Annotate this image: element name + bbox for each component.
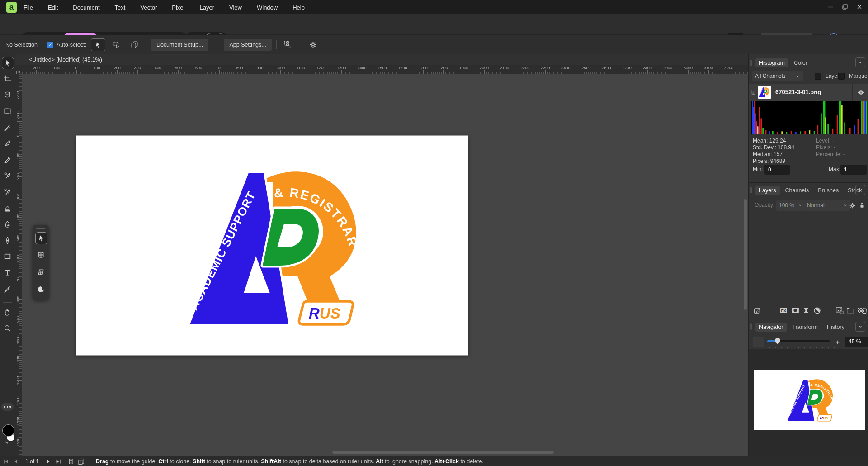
text-tool[interactable] bbox=[2, 267, 13, 278]
vertical-scrollbar[interactable] bbox=[744, 199, 747, 310]
last-page-icon[interactable] bbox=[53, 458, 63, 465]
marquee-tool[interactable] bbox=[2, 105, 13, 117]
zoom-tool[interactable] bbox=[2, 323, 13, 334]
hruler-label: 1000 bbox=[276, 66, 285, 70]
document-tab[interactable]: <Untitled> [Modified] (45.1%) × bbox=[15, 54, 761, 66]
first-page-icon[interactable] bbox=[1, 458, 11, 465]
zoom-slider-thumb[interactable] bbox=[775, 338, 780, 344]
edit-all-layers-icon[interactable] bbox=[753, 306, 762, 315]
panel-options-chevron-icon[interactable] bbox=[855, 322, 865, 332]
selection-brush-tool[interactable] bbox=[2, 89, 13, 100]
swap-colours-icon[interactable] bbox=[4, 439, 12, 444]
new-image-layer-icon[interactable] bbox=[835, 306, 844, 315]
paint-brush-tool[interactable] bbox=[2, 138, 13, 149]
menu-document[interactable]: Document bbox=[72, 0, 100, 14]
foreground-colour-swatch[interactable] bbox=[2, 424, 14, 437]
menu-text[interactable]: Text bbox=[114, 0, 127, 14]
new-group-icon[interactable] bbox=[846, 306, 855, 315]
panel-options-chevron-icon[interactable] bbox=[855, 57, 865, 67]
tab-brushes[interactable]: Brushes bbox=[814, 186, 842, 195]
smudge-tool[interactable] bbox=[2, 219, 13, 230]
menu-window[interactable]: Window bbox=[256, 0, 278, 14]
layer-effects-fx-icon[interactable]: FX bbox=[779, 306, 788, 315]
close-window-button[interactable] bbox=[853, 1, 866, 12]
canvas-viewport[interactable]: & REGISTRAR ACADEMIC SUPPORT RUS bbox=[22, 74, 748, 456]
maximize-button[interactable] bbox=[838, 1, 852, 12]
zoom-out-button[interactable]: − bbox=[753, 337, 764, 347]
zoom-in-button[interactable]: + bbox=[833, 337, 843, 347]
tab-layers[interactable]: Layers bbox=[755, 186, 780, 195]
layer-thumbnail: & REGISTRAR ACADEMIC SUPPORT RUS bbox=[758, 86, 771, 99]
adjustment-layer-icon[interactable] bbox=[812, 306, 821, 315]
facing-pages-view-icon[interactable] bbox=[76, 458, 86, 465]
colour-picker-tool[interactable] bbox=[2, 283, 13, 295]
menu-vector[interactable]: Vector bbox=[139, 0, 158, 14]
tab-history[interactable]: History bbox=[823, 323, 848, 332]
panel-options-chevron-icon[interactable] bbox=[855, 185, 865, 195]
mask-layer-icon[interactable] bbox=[791, 306, 800, 315]
crop-tool[interactable] bbox=[2, 73, 13, 85]
horizontal-scrollbar[interactable] bbox=[332, 451, 554, 454]
trash-icon[interactable] bbox=[860, 306, 868, 315]
flyout-perspective-warp-tool[interactable] bbox=[35, 266, 47, 278]
horizontal-guide[interactable] bbox=[76, 173, 468, 173]
next-page-icon[interactable] bbox=[43, 458, 53, 465]
palette-drag-handle[interactable] bbox=[36, 228, 45, 229]
flyout-liquify-tool[interactable] bbox=[35, 284, 47, 295]
layer-checkbox[interactable] bbox=[815, 73, 821, 80]
blend-mode-dropdown[interactable]: Normal bbox=[804, 200, 850, 211]
select-cursor-button[interactable] bbox=[91, 38, 105, 51]
view-tool[interactable] bbox=[2, 307, 13, 318]
move-tool-flyout-palette[interactable] bbox=[33, 225, 49, 300]
horizontal-ruler[interactable]: -200-10001002003004005006007008009001000… bbox=[15, 65, 748, 75]
vertical-ruler[interactable]: -200-10001002003004005006007008009001000… bbox=[15, 74, 22, 456]
fill-tool[interactable] bbox=[2, 235, 13, 246]
adr-logo-svg: & REGISTRAR ACADEMIC SUPPORT RUS bbox=[181, 163, 371, 335]
layer-row[interactable]: & REGISTRAR ACADEMIC SUPPORT RUS 670521-… bbox=[749, 84, 868, 101]
min-input[interactable]: 0 bbox=[764, 165, 790, 175]
layer-settings-gear-icon[interactable] bbox=[848, 201, 857, 210]
more-tools-button[interactable] bbox=[1, 403, 14, 411]
single-page-view-icon[interactable] bbox=[66, 458, 76, 465]
undo-brush-tool[interactable] bbox=[2, 186, 13, 198]
flyout-mesh-warp-tool[interactable] bbox=[35, 249, 47, 261]
app-logo-icon[interactable]: a bbox=[6, 2, 17, 13]
move-tool[interactable] bbox=[2, 57, 14, 69]
channel-selector[interactable]: All Channels bbox=[752, 71, 803, 81]
opacity-dropdown[interactable]: 100 % bbox=[776, 200, 805, 211]
tab-histogram[interactable]: Histogram bbox=[755, 58, 788, 67]
live-filter-icon[interactable] bbox=[802, 306, 811, 315]
duplicate-selection-button[interactable] bbox=[128, 39, 142, 51]
rectangle-tool[interactable] bbox=[2, 251, 13, 262]
snapping-grid-icon[interactable] bbox=[281, 39, 295, 51]
navigator-page-thumbnail[interactable]: & REGISTRAR ACADEMIC SUPPORT RUS bbox=[754, 370, 865, 430]
clone-stamp-tool[interactable] bbox=[2, 202, 13, 214]
tab-transform[interactable]: Transform bbox=[789, 323, 822, 332]
menu-pixel[interactable]: Pixel bbox=[171, 0, 185, 14]
previous-page-icon[interactable] bbox=[11, 458, 21, 465]
app-settings-button[interactable]: App Settings... bbox=[224, 39, 271, 51]
flyout-move-tool[interactable] bbox=[35, 232, 47, 244]
menu-edit[interactable]: Edit bbox=[47, 0, 59, 14]
menu-view[interactable]: View bbox=[228, 0, 243, 14]
marquee-checkbox[interactable] bbox=[838, 73, 845, 80]
select-object-button[interactable] bbox=[110, 39, 123, 51]
menu-layer[interactable]: Layer bbox=[199, 0, 216, 14]
auto-select-checkbox[interactable]: ✓ bbox=[47, 42, 53, 48]
lock-layer-icon[interactable] bbox=[858, 201, 867, 210]
settings-gear-icon[interactable] bbox=[307, 39, 320, 51]
vertical-guide[interactable] bbox=[191, 74, 191, 355]
colour-replacement-brush-tool[interactable] bbox=[2, 170, 13, 181]
tab-color[interactable]: Color bbox=[790, 58, 811, 67]
minimize-button[interactable] bbox=[824, 1, 837, 12]
max-input[interactable]: 1 bbox=[840, 165, 867, 175]
document-setup-button[interactable]: Document Setup... bbox=[151, 39, 209, 51]
menu-help[interactable]: Help bbox=[292, 0, 306, 14]
tab-channels[interactable]: Channels bbox=[782, 186, 813, 195]
pixel-tool[interactable] bbox=[2, 154, 13, 165]
zoom-value[interactable]: 45 % bbox=[845, 337, 868, 347]
layer-visibility-toggle[interactable] bbox=[852, 84, 868, 101]
menu-file[interactable]: File bbox=[23, 0, 34, 14]
tab-navigator[interactable]: Navigator bbox=[755, 323, 787, 332]
healing-brush-tool[interactable] bbox=[2, 122, 13, 133]
